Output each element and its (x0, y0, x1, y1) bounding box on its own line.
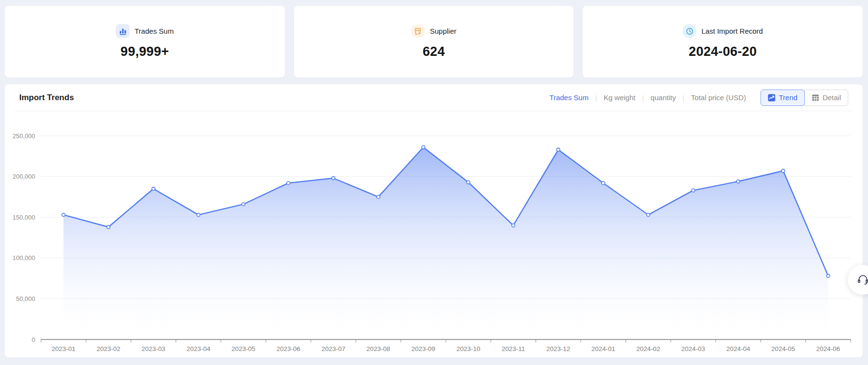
svg-text:2024-03: 2024-03 (681, 345, 706, 352)
data-point-2023-10 (467, 181, 470, 184)
metric-tab-kg-weight[interactable]: Kg weight (604, 93, 636, 102)
data-point-2024-01 (601, 182, 605, 185)
headset-icon (856, 274, 868, 287)
card-last-import-record: Last Import Record 2024-06-20 (583, 6, 863, 78)
data-point-2023-07 (332, 177, 335, 180)
svg-text:2023-05: 2023-05 (231, 345, 255, 352)
svg-text:2023-03: 2023-03 (142, 345, 166, 352)
card-value: 624 (423, 44, 445, 59)
import-trends-chart: 050,000100,000150,000200,000250,0002023-… (5, 111, 863, 357)
data-point-2023-09 (422, 145, 425, 149)
data-point-2024-03 (692, 189, 695, 192)
data-point-2024-06 (827, 274, 830, 278)
tab-separator: | (595, 94, 597, 101)
card-value: 99,999+ (120, 44, 169, 59)
metric-tab-quantity[interactable]: quantity (651, 93, 676, 102)
data-point-2023-06 (287, 182, 290, 185)
metric-tab-total-price-usd[interactable]: Total price (USD) (691, 93, 746, 102)
svg-text:2023-04: 2023-04 (187, 345, 211, 352)
svg-text:200,000: 200,000 (13, 173, 35, 180)
clock-icon (682, 24, 696, 38)
metric-tabs: Trades Sum|Kg weight|quantity|Total pric… (549, 93, 746, 102)
svg-text:100,000: 100,000 (13, 254, 35, 261)
bar-chart-icon (116, 24, 130, 38)
svg-text:2023-06: 2023-06 (277, 345, 301, 352)
data-point-2023-05 (242, 203, 245, 206)
data-point-2023-03 (152, 187, 155, 191)
panel-header: Import Trends Trades Sum|Kg weight|quant… (14, 84, 853, 111)
data-point-2023-02 (107, 225, 110, 229)
tab-separator: | (642, 94, 643, 101)
data-point-2023-04 (197, 213, 200, 217)
stat-cards-row: Trades Sum 99,999+ Supplier 624 (5, 6, 863, 78)
trend-button-label: Trend (779, 93, 798, 102)
table-icon (812, 94, 819, 102)
detail-button-label: Detail (823, 93, 841, 102)
card-trades-sum: Trades Sum 99,999+ (5, 6, 285, 78)
svg-text:2023-07: 2023-07 (321, 345, 346, 352)
trend-icon (768, 94, 775, 102)
svg-text:50,000: 50,000 (16, 295, 35, 302)
svg-text:250,000: 250,000 (13, 132, 35, 140)
svg-text:2023-02: 2023-02 (96, 345, 120, 352)
card-supplier: Supplier 624 (294, 6, 574, 78)
data-point-2024-05 (782, 169, 785, 172)
svg-text:2024-05: 2024-05 (771, 345, 795, 352)
data-point-2023-11 (512, 224, 515, 227)
svg-text:2024-06: 2024-06 (816, 345, 841, 352)
card-label: Supplier (430, 27, 456, 35)
svg-text:2024-02: 2024-02 (636, 345, 660, 352)
svg-text:2023-01: 2023-01 (52, 345, 76, 352)
storefront-icon (411, 24, 425, 38)
page-title: Import Trends (19, 93, 74, 103)
svg-text:2023-12: 2023-12 (547, 345, 571, 352)
svg-text:2024-04: 2024-04 (726, 345, 750, 352)
card-value: 2024-06-20 (689, 44, 757, 59)
svg-text:2023-08: 2023-08 (366, 345, 390, 352)
svg-text:2023-11: 2023-11 (502, 345, 525, 352)
svg-text:150,000: 150,000 (13, 214, 35, 221)
svg-text:0: 0 (32, 336, 35, 343)
svg-text:2023-10: 2023-10 (456, 345, 481, 352)
view-toggle-group: Trend Detai (761, 90, 848, 106)
trend-button[interactable]: Trend (761, 90, 805, 106)
data-point-2024-04 (736, 180, 740, 183)
svg-text:2024-01: 2024-01 (591, 345, 615, 352)
card-label: Last Import Record (701, 27, 763, 35)
data-point-2024-02 (647, 213, 650, 217)
data-point-2023-01 (62, 213, 65, 217)
metric-tab-trades-sum[interactable]: Trades Sum (549, 93, 588, 102)
card-label: Trades Sum (134, 27, 174, 35)
data-point-2023-08 (377, 196, 380, 199)
tab-separator: | (682, 94, 684, 101)
import-trends-panel: Import Trends Trades Sum|Kg weight|quant… (5, 84, 863, 357)
data-point-2023-12 (557, 148, 560, 151)
detail-button[interactable]: Detail (804, 90, 848, 106)
svg-text:2023-09: 2023-09 (412, 345, 436, 352)
